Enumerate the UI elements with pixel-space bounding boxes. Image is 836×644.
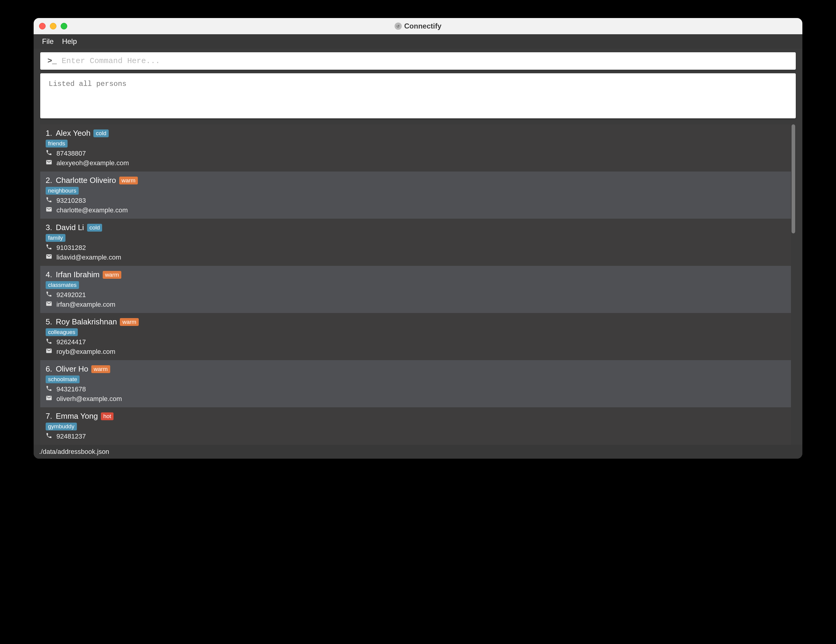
person-name: Charlotte Oliveiro <box>56 176 116 185</box>
person-index: 2. <box>46 176 52 185</box>
result-text: Listed all persons <box>49 80 126 88</box>
mail-icon <box>46 206 52 214</box>
person-headline: 6.Oliver Howarm <box>46 364 785 374</box>
person-card[interactable]: 1.Alex Yeohcoldfriends87438807alexyeoh@e… <box>40 124 791 172</box>
phone-icon <box>46 196 52 205</box>
command-input[interactable] <box>62 56 789 65</box>
scrollbar-track[interactable] <box>791 124 796 445</box>
status-badge: cold <box>87 224 103 232</box>
tag-row: family <box>46 234 785 242</box>
person-name: Emma Yong <box>56 412 98 421</box>
phone-text: 93210283 <box>56 197 86 204</box>
app-title: Connectify <box>404 22 441 30</box>
phone-text: 92481237 <box>56 433 86 440</box>
phone-row: 94321678 <box>46 385 785 394</box>
tag-badge: classmates <box>46 281 79 289</box>
phone-text: 87438807 <box>56 150 86 157</box>
phone-row: 87438807 <box>46 149 785 158</box>
email-text: irfan@example.com <box>56 301 115 309</box>
person-name: Irfan Ibrahim <box>56 270 100 280</box>
tag-row: friends <box>46 139 785 147</box>
tag-row: classmates <box>46 281 785 289</box>
result-box: Listed all persons <box>40 73 796 118</box>
tag-row: neighbours <box>46 186 785 195</box>
person-card[interactable]: 4.Irfan Ibrahimwarmclassmates92492021irf… <box>40 266 791 313</box>
menu-file[interactable]: File <box>42 37 54 46</box>
person-index: 7. <box>46 412 52 421</box>
phone-row: 92624417 <box>46 338 785 347</box>
person-card[interactable]: 6.Oliver Howarmschoolmate94321678oliverh… <box>40 360 791 407</box>
command-box: >_ <box>40 52 796 70</box>
email-row: lidavid@example.com <box>46 253 785 262</box>
mail-icon <box>46 159 52 167</box>
phone-row: 91031282 <box>46 244 785 252</box>
phone-text: 94321678 <box>56 386 86 393</box>
tag-badge: family <box>46 234 65 242</box>
mail-icon <box>46 253 52 262</box>
person-index: 3. <box>46 223 52 232</box>
email-text: oliverh@example.com <box>56 395 122 403</box>
person-headline: 7.Emma Yonghot <box>46 412 785 421</box>
email-row: charlotte@example.com <box>46 206 785 214</box>
window-controls <box>39 23 67 29</box>
status-badge: hot <box>101 412 114 420</box>
person-card[interactable]: 3.David Licoldfamily91031282lidavid@exam… <box>40 219 791 266</box>
menu-bar: File Help <box>34 34 802 49</box>
email-row: alexyeoh@example.com <box>46 159 785 167</box>
person-index: 6. <box>46 364 52 374</box>
email-row: oliverh@example.com <box>46 395 785 403</box>
person-headline: 2.Charlotte Oliveirowarm <box>46 176 785 185</box>
status-badge: cold <box>93 129 109 137</box>
phone-text: 92492021 <box>56 291 86 299</box>
tag-badge: gymbuddy <box>46 423 77 430</box>
mail-icon <box>46 395 52 403</box>
status-bar: ./data/addressbook.json <box>34 445 802 459</box>
phone-row: 92492021 <box>46 291 785 299</box>
tag-badge: friends <box>46 140 68 147</box>
prompt-icon: >_ <box>47 56 57 65</box>
person-headline: 5.Roy Balakrishnanwarm <box>46 317 785 327</box>
app-window: ↺ Connectify File Help >_ Listed all per… <box>34 18 802 459</box>
person-headline: 1.Alex Yeohcold <box>46 129 785 138</box>
person-name: Oliver Ho <box>56 364 88 374</box>
email-text: charlotte@example.com <box>56 206 128 214</box>
person-index: 5. <box>46 317 52 327</box>
tag-badge: colleagues <box>46 328 78 336</box>
status-badge: warm <box>119 177 138 185</box>
status-badge: warm <box>91 365 110 373</box>
tag-row: colleagues <box>46 328 785 336</box>
status-badge: warm <box>120 318 139 326</box>
email-text: alexyeoh@example.com <box>56 159 129 167</box>
phone-row: 93210283 <box>46 196 785 205</box>
maximize-window-button[interactable] <box>60 23 67 29</box>
person-list[interactable]: 1.Alex Yeohcoldfriends87438807alexyeoh@e… <box>40 124 791 445</box>
person-card[interactable]: 2.Charlotte Oliveirowarmneighbours932102… <box>40 172 791 219</box>
phone-icon <box>46 432 52 441</box>
phone-icon <box>46 291 52 299</box>
status-badge: warm <box>103 271 121 279</box>
minimize-window-button[interactable] <box>50 23 56 29</box>
tag-row: schoolmate <box>46 375 785 383</box>
menu-help[interactable]: Help <box>62 37 77 46</box>
person-card[interactable]: 7.Emma Yonghotgymbuddy92481237 <box>40 407 791 445</box>
scrollbar-thumb[interactable] <box>792 124 795 234</box>
mail-icon <box>46 301 52 309</box>
tag-badge: schoolmate <box>46 376 80 383</box>
person-index: 4. <box>46 270 52 280</box>
status-path: ./data/addressbook.json <box>39 448 109 455</box>
app-icon: ↺ <box>395 23 402 30</box>
phone-text: 91031282 <box>56 244 86 252</box>
phone-text: 92624417 <box>56 338 86 346</box>
tag-badge: neighbours <box>46 187 79 195</box>
email-text: royb@example.com <box>56 348 115 356</box>
phone-icon <box>46 338 52 347</box>
person-card[interactable]: 5.Roy Balakrishnanwarmcolleagues92624417… <box>40 313 791 360</box>
close-window-button[interactable] <box>39 23 46 29</box>
email-text: lidavid@example.com <box>56 253 121 262</box>
person-index: 1. <box>46 129 52 138</box>
phone-icon <box>46 149 52 158</box>
tag-row: gymbuddy <box>46 422 785 430</box>
person-headline: 4.Irfan Ibrahimwarm <box>46 270 785 280</box>
mail-icon <box>46 348 52 356</box>
email-row: royb@example.com <box>46 348 785 356</box>
